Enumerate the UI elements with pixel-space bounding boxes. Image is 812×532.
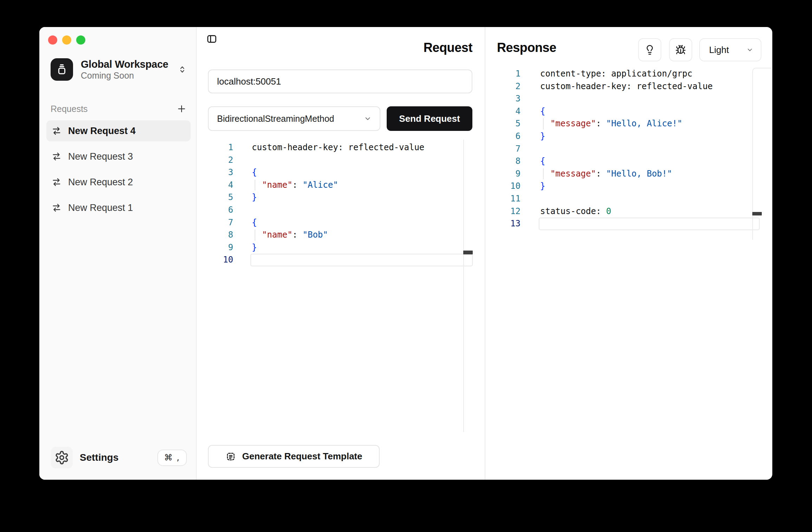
server-url-input[interactable] [208,69,472,93]
indent-guide [255,180,255,191]
line-number: 9 [197,241,233,254]
line-number: 3 [485,93,520,105]
code-line[interactable]: } [540,130,772,143]
sidebar-item-label: New Request 4 [68,126,136,137]
close-button[interactable] [48,35,57,45]
generate-template-button[interactable]: Generate Request Template [208,445,380,468]
response-gutter: 12345678910111213 [485,68,520,230]
indent-guide [543,168,544,180]
active-code-line[interactable] [250,254,473,266]
hint-button[interactable] [638,38,661,61]
sidebar-toggle-icon [206,33,217,45]
line-number: 7 [197,217,233,229]
line-number: 5 [197,191,233,204]
code-line[interactable] [540,193,772,205]
line-number: 10 [485,180,520,193]
lightbulb-icon [644,45,655,55]
request-code-area[interactable]: custom-header-key: reflected-value{ "nam… [252,141,485,266]
generate-template-label: Generate Request Template [242,451,362,462]
transfer-arrows-icon [52,152,61,161]
code-line[interactable]: custom-header-key: reflected-value [252,141,485,154]
code-line[interactable] [540,93,772,105]
code-line[interactable]: { [252,217,485,229]
request-editor[interactable]: 12345678910 custom-header-key: reflected… [197,141,485,268]
workspace-text: Global Workspace Coming Soon [81,58,168,81]
transfer-arrows-icon [52,126,61,136]
request-list: New Request 4 New Request 3 New Request … [39,120,196,223]
code-line[interactable]: "message": "Hello, Bob!" [540,168,772,180]
method-dropdown-value: BidirectionalStreamingMethod [217,114,334,124]
settings-button[interactable]: Settings ⌘ , [51,447,187,468]
zoom-button[interactable] [76,35,85,45]
plus-icon [176,104,187,114]
workspace-selector[interactable]: Global Workspace Coming Soon [51,58,190,81]
active-code-line[interactable] [539,218,760,230]
code-line[interactable]: status-code: 0 [540,205,772,218]
request-panel: Request BidirectionalStreamingMethod Sen… [197,27,485,480]
window-controls [48,35,85,45]
line-number: 4 [485,105,520,118]
code-line[interactable]: "message": "Hello, Alice!" [540,118,772,130]
code-line[interactable]: } [252,191,485,204]
line-number: 12 [485,205,520,218]
indent-guide [543,118,544,129]
sidebar-item-label: New Request 1 [68,202,133,213]
code-line[interactable]: { [540,155,772,168]
workspace-archive-icon [51,58,73,81]
line-number: 10 [197,254,233,266]
code-line[interactable] [252,154,485,167]
sidebar-item-new-request-2[interactable]: New Request 2 [46,172,191,193]
theme-dropdown-value: Light [709,45,729,55]
method-dropdown[interactable]: BidirectionalStreamingMethod [208,106,380,131]
chevron-up-down-icon [178,65,187,74]
sidebar-item-new-request-1[interactable]: New Request 1 [46,197,191,218]
settings-shortcut-badge: ⌘ , [157,450,187,466]
code-line[interactable]: { [540,105,772,118]
code-line[interactable]: { [252,166,485,179]
sidebar-item-new-request-4[interactable]: New Request 4 [46,120,191,141]
gear-icon [51,447,73,468]
code-line[interactable] [252,204,485,217]
line-number: 6 [197,204,233,217]
line-number: 8 [197,229,233,241]
line-number: 5 [485,118,520,130]
line-number: 6 [485,130,520,143]
line-number: 11 [485,193,520,205]
code-line[interactable]: } [252,241,485,254]
line-number: 9 [485,168,520,180]
workspace-subtitle: Coming Soon [81,70,168,81]
code-line[interactable]: "name": "Alice" [252,179,485,192]
cursor-position-marker [752,212,762,215]
code-line[interactable]: } [540,180,772,193]
line-number: 2 [197,154,233,167]
send-request-button[interactable]: Send Request [387,106,472,131]
code-line[interactable] [540,143,772,155]
theme-dropdown[interactable]: Light [699,38,761,61]
code-line[interactable]: custom-header-key: reflected-value [540,80,772,93]
line-number: 8 [485,155,520,168]
sidebar-item-new-request-3[interactable]: New Request 3 [46,146,191,167]
editor-ruler-line [463,140,464,432]
sidebar-item-label: New Request 2 [68,177,133,188]
settings-label: Settings [80,452,118,463]
response-editor[interactable]: 12345678910111213 content-type: applicat… [485,68,772,233]
line-number: 2 [485,80,520,93]
chevron-down-icon [364,114,372,123]
transfer-arrows-icon [52,177,61,187]
app-window: Global Workspace Coming Soon Requests [39,27,772,480]
add-request-button[interactable] [176,104,187,114]
line-number: 7 [485,143,520,155]
chevron-down-icon [746,46,754,54]
cursor-position-marker [463,251,473,254]
code-line[interactable]: "name": "Bob" [252,229,485,241]
code-line[interactable]: content-type: application/grpc [540,68,772,80]
line-number: 1 [197,141,233,154]
requests-header: Requests [51,102,187,115]
debug-button[interactable] [669,38,692,61]
sidebar-item-label: New Request 3 [68,151,133,162]
workspace-title: Global Workspace [81,58,168,70]
sidebar: Global Workspace Coming Soon Requests [39,27,197,480]
response-code-area[interactable]: content-type: application/grpccustom-hea… [540,68,772,230]
minimize-button[interactable] [62,35,71,45]
sidebar-toggle-button[interactable] [206,33,218,45]
